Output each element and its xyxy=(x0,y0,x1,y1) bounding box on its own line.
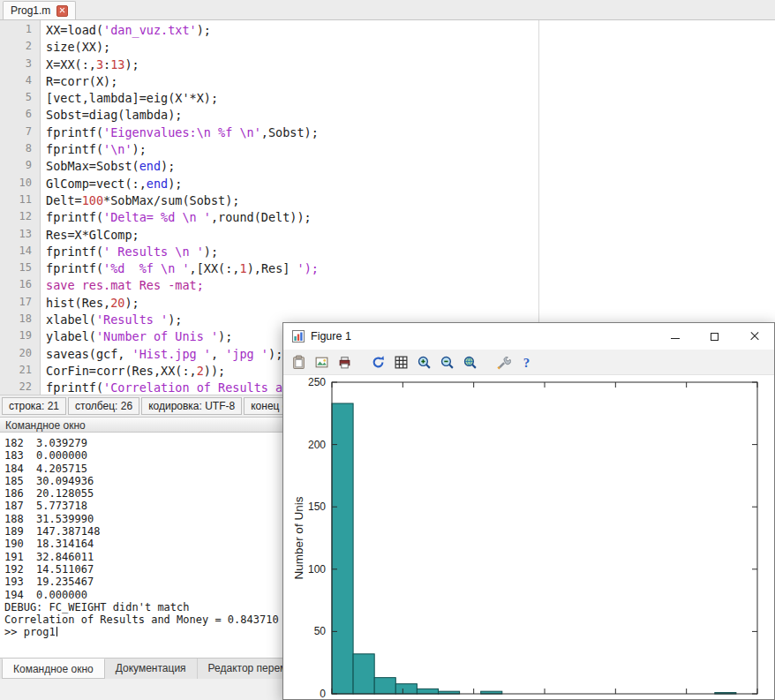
line-number[interactable]: 8 xyxy=(0,142,40,159)
line-number[interactable]: 9 xyxy=(0,159,40,176)
line-number[interactable]: 1 xyxy=(0,23,40,40)
editor-tabbar: Prog1.m xyxy=(0,0,775,20)
line-number[interactable]: 4 xyxy=(0,74,40,91)
bottom-tab-documentation[interactable]: Документация xyxy=(105,659,198,679)
code-token: Sobst=diag(lambda); xyxy=(46,108,182,122)
code-token: ); xyxy=(218,329,232,343)
editor-tab-label: Prog1.m xyxy=(11,4,50,17)
close-icon[interactable] xyxy=(56,5,68,17)
code-token: Delt= xyxy=(46,193,82,207)
grid-icon[interactable] xyxy=(392,352,411,372)
code-token: Res=X*GlComp; xyxy=(46,228,139,242)
code-line[interactable]: size(XX); xyxy=(46,40,775,56)
code-token: ); xyxy=(268,347,282,361)
histogram-bar xyxy=(353,654,374,694)
clipboard-icon[interactable] xyxy=(290,352,309,372)
line-number[interactable]: 20 xyxy=(0,347,40,364)
statusbar-cell: столбец: 26 xyxy=(68,397,139,415)
zoom-in-icon[interactable] xyxy=(415,352,434,372)
code-line[interactable]: Delt=100*SobMax/sum(Sobst); xyxy=(46,193,775,210)
code-token: 2 xyxy=(197,364,204,378)
code-token: 20 xyxy=(110,296,124,310)
code-line[interactable]: fprintf('Delta= %d \n ',round(Delt)); xyxy=(46,210,775,227)
code-token: GlComp=vect(:, xyxy=(46,177,147,191)
y-tick-label: 100 xyxy=(308,563,326,576)
code-token: fprintf( xyxy=(46,125,103,139)
code-token: 13 xyxy=(110,57,124,72)
tools-icon[interactable] xyxy=(494,352,514,372)
code-line[interactable]: save res.mat Res -mat; xyxy=(46,278,775,295)
code-token: CorFin=corr(Res,XX(:, xyxy=(46,364,197,378)
code-token: R=corr(X); xyxy=(46,74,117,88)
code-token: ); xyxy=(161,159,175,173)
code-line[interactable]: [vect,lambda]=eig(X'*X); xyxy=(46,91,775,108)
code-line[interactable]: Sobst=diag(lambda); xyxy=(46,108,775,124)
code-token: ,[XX(:, xyxy=(190,261,240,275)
zoom-out-icon[interactable] xyxy=(438,352,457,372)
code-line[interactable]: X=XX(:,3:13); xyxy=(46,57,775,74)
code-line[interactable]: fprintf('%d %f \n ',[XX(:,1),Res] '); xyxy=(46,261,775,278)
line-number[interactable]: 2 xyxy=(0,40,40,56)
code-token: : xyxy=(103,57,110,72)
histogram-bar xyxy=(332,403,353,694)
editor-tab-prog1[interactable]: Prog1.m xyxy=(3,1,76,19)
save-icon[interactable] xyxy=(312,352,332,372)
code-token: XX=load( xyxy=(46,23,103,37)
code-line[interactable]: hist(Res,20); xyxy=(46,296,775,312)
figure-window-icon xyxy=(291,329,305,343)
code-token: SobMax=Sobst( xyxy=(46,159,139,173)
code-token: fprintf( xyxy=(46,261,103,275)
zoom-reset-icon[interactable] xyxy=(461,352,480,372)
editor-gutter[interactable]: 12345678910111213141516171819202122 xyxy=(0,20,41,395)
code-token: save res.mat Res -mat; xyxy=(46,278,204,292)
print-icon[interactable] xyxy=(335,352,355,372)
bottom-tab-command-window[interactable]: Командное окно xyxy=(2,659,105,679)
code-token: ); xyxy=(197,23,211,37)
code-token: 1 xyxy=(239,261,246,275)
code-token: ylabel( xyxy=(46,329,96,343)
line-number[interactable]: 18 xyxy=(0,312,40,329)
close-button[interactable] xyxy=(734,323,774,350)
code-token: 3 xyxy=(96,57,103,72)
code-line[interactable]: fprintf('\n'); xyxy=(46,142,775,159)
code-line[interactable]: R=corr(X); xyxy=(46,74,775,91)
line-number[interactable]: 14 xyxy=(0,245,40,261)
maximize-button[interactable] xyxy=(695,323,734,350)
code-token: 'Eigenvalues:\n %f \n' xyxy=(103,125,261,139)
code-line[interactable]: GlComp=vect(:,end); xyxy=(46,177,775,193)
line-number[interactable]: 16 xyxy=(0,278,40,295)
axes-box xyxy=(332,382,757,694)
toolbar-separator xyxy=(358,362,365,363)
line-number[interactable]: 22 xyxy=(0,380,40,395)
line-number[interactable]: 15 xyxy=(0,261,40,278)
code-line[interactable]: XX=load('dan_vuz.txt'); xyxy=(46,23,775,40)
y-tick-label: 0 xyxy=(320,688,326,699)
code-line[interactable]: fprintf(' Results \n '); xyxy=(46,245,775,261)
code-line[interactable]: fprintf('Eigenvalues:\n %f \n',Sobst); xyxy=(46,125,775,142)
line-number[interactable]: 17 xyxy=(0,296,40,312)
line-number[interactable]: 5 xyxy=(0,91,40,108)
line-number[interactable]: 7 xyxy=(0,125,40,142)
code-token: fprintf( xyxy=(46,380,103,395)
code-token: 'Hist.jpg ' xyxy=(132,347,211,361)
line-number[interactable]: 10 xyxy=(0,177,40,193)
code-token: fprintf( xyxy=(46,142,103,156)
line-number[interactable]: 6 xyxy=(0,108,40,124)
code-line[interactable]: SobMax=Sobst(end); xyxy=(46,159,775,176)
code-token: fprintf( xyxy=(46,210,103,224)
help-icon[interactable]: ? xyxy=(517,352,537,372)
line-number[interactable]: 19 xyxy=(0,329,40,346)
line-number[interactable]: 13 xyxy=(0,228,40,245)
line-number[interactable]: 21 xyxy=(0,364,40,380)
line-number[interactable]: 11 xyxy=(0,193,40,210)
figure-plot-area: 050100150200250Number of Unis xyxy=(283,375,774,699)
figure-titlebar[interactable]: Figure 1 xyxy=(283,323,774,350)
y-tick-label: 50 xyxy=(314,625,327,637)
statusbar-cell: строка: 21 xyxy=(2,397,66,415)
code-line[interactable]: Res=X*GlComp; xyxy=(46,228,775,245)
line-number[interactable]: 3 xyxy=(0,57,40,74)
refresh-icon[interactable] xyxy=(369,352,388,372)
minimize-button[interactable] xyxy=(655,323,695,350)
code-token: fprintf( xyxy=(46,245,103,259)
line-number[interactable]: 12 xyxy=(0,210,40,227)
